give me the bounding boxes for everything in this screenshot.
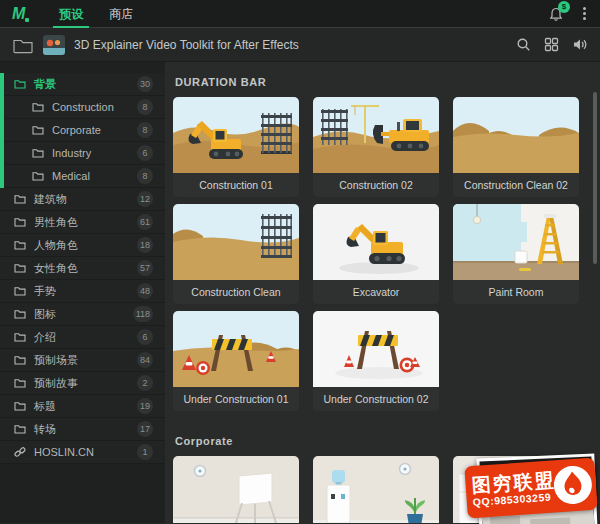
notifications-bell-icon[interactable]: $ [547, 5, 565, 23]
excavator-thumbnail [313, 204, 439, 280]
toolkit-title: 3D Explainer Video Toolkit for After Eff… [74, 38, 299, 52]
folder-icon[interactable] [12, 36, 34, 54]
count-badge: 30 [137, 76, 153, 92]
duration-bar-grid: Construction 01 [173, 97, 592, 411]
grid-view-icon[interactable] [544, 37, 559, 52]
count-badge: 18 [137, 237, 153, 253]
count-badge: 12 [137, 191, 153, 207]
preset-card-label: Construction 01 [173, 173, 299, 197]
dollar-badge: $ [558, 1, 570, 13]
preset-card-construction-02[interactable]: Construction 02 [313, 97, 439, 197]
sidebar-item-male-characters[interactable]: 男性角色 61 [0, 211, 165, 234]
count-badge: 48 [137, 283, 153, 299]
paint-room-thumbnail [453, 204, 579, 280]
sidebar-item-hoslin-link[interactable]: HOSLIN.CN 1 [0, 441, 165, 464]
sidebar-item-label: HOSLIN.CN [34, 446, 94, 458]
sidebar-item-female-characters[interactable]: 女性角色 57 [0, 257, 165, 280]
sidebar-item-label: Corporate [52, 124, 101, 136]
folder-icon [14, 309, 26, 319]
sidebar-item-label: Construction [52, 101, 114, 113]
preset-card-under-construction-02[interactable]: Under Construction 02 [313, 311, 439, 411]
count-badge: 84 [137, 352, 153, 368]
tab-presets[interactable]: 预设 [55, 0, 87, 28]
under-construction-01-thumbnail [173, 311, 299, 387]
count-badge: 6 [137, 329, 153, 345]
sidebar-item-label: Medical [52, 170, 90, 182]
sidebar-item-label: 标题 [34, 399, 56, 414]
count-badge: 57 [137, 260, 153, 276]
sidebar-item-label: 建筑物 [34, 192, 67, 207]
count-badge: 61 [137, 214, 153, 230]
folder-icon [32, 102, 44, 112]
motionbro-logo[interactable]: M [12, 5, 25, 23]
sidebar-item-label: 图标 [34, 307, 56, 322]
sidebar-item-label: 女性角色 [34, 261, 78, 276]
sidebar-item-label: 手势 [34, 284, 56, 299]
sidebar-group-backgrounds: 背景 30 Construction 8 Corporate 8 Industr… [0, 73, 165, 188]
preset-card-corporate-1[interactable] [173, 456, 299, 523]
preset-card-paint-room[interactable]: Paint Room [453, 204, 579, 304]
preset-card-construction-clean-02[interactable]: Construction Clean 02 [453, 97, 579, 197]
watermark-banner: 图穷联盟 QQ:985303259 [464, 458, 597, 519]
preset-card-construction-01[interactable]: Construction 01 [173, 97, 299, 197]
sidebar-item-medical[interactable]: Medical 8 [0, 165, 165, 188]
toolkit-thumbnail[interactable] [43, 35, 65, 55]
count-badge: 6 [137, 145, 153, 161]
count-badge: 17 [137, 421, 153, 437]
folder-icon [32, 171, 44, 181]
preset-card-under-construction-01[interactable]: Under Construction 01 [173, 311, 299, 411]
kebab-menu-icon[interactable] [581, 5, 588, 22]
sidebar-item-premade-scenes[interactable]: 预制场景 84 [0, 349, 165, 372]
folder-icon [32, 125, 44, 135]
vertical-scrollbar[interactable] [593, 92, 597, 264]
folder-icon [14, 424, 26, 434]
count-badge: 8 [137, 122, 153, 138]
preset-card-label: Construction 02 [313, 173, 439, 197]
sidebar-item-label: 男性角色 [34, 215, 78, 230]
toolkit-toolbar: 3D Explainer Video Toolkit for After Eff… [0, 28, 600, 62]
tab-store[interactable]: 商店 [105, 0, 137, 28]
sidebar-item-buildings[interactable]: 建筑物 12 [0, 188, 165, 211]
sidebar-item-corporate[interactable]: Corporate 8 [0, 119, 165, 142]
folder-icon [14, 240, 26, 250]
count-badge: 19 [137, 398, 153, 414]
preset-card-label: Under Construction 01 [173, 387, 299, 411]
sidebar-item-label: 介绍 [34, 330, 56, 345]
under-construction-02-thumbnail [313, 311, 439, 387]
sidebar-item-premade-stories[interactable]: 预制故事 2 [0, 372, 165, 395]
count-badge: 8 [137, 99, 153, 115]
sidebar-item-icons[interactable]: 图标 118 [0, 303, 165, 326]
construction-clean-thumbnail [173, 204, 299, 280]
app-window: M 预设 商店 $ [0, 0, 600, 524]
preset-card-label: Construction Clean 02 [453, 173, 579, 197]
corporate-1-thumbnail [173, 456, 299, 523]
section-title-duration-bar: DURATION BAR [175, 76, 592, 88]
sidebar-item-titles[interactable]: 标题 19 [0, 395, 165, 418]
presets-panel: DURATION BAR [165, 62, 600, 523]
section-title-corporate: Corporate [175, 435, 592, 447]
folder-icon [14, 79, 26, 89]
folder-icon [32, 148, 44, 158]
sound-icon[interactable] [572, 37, 588, 52]
sidebar-item-intros[interactable]: 介绍 6 [0, 326, 165, 349]
count-badge: 1 [137, 444, 153, 460]
sidebar-item-transitions[interactable]: 转场 17 [0, 418, 165, 441]
sidebar-item-backgrounds[interactable]: 背景 30 [0, 73, 165, 96]
search-icon[interactable] [516, 37, 531, 52]
folder-icon [14, 401, 26, 411]
count-badge: 2 [137, 375, 153, 391]
sidebar-item-gestures[interactable]: 手势 48 [0, 280, 165, 303]
sidebar-item-industry[interactable]: Industry 6 [0, 142, 165, 165]
preset-card-construction-clean[interactable]: Construction Clean [173, 204, 299, 304]
folder-icon [14, 217, 26, 227]
folder-icon [14, 263, 26, 273]
construction-01-thumbnail [173, 97, 299, 173]
preset-card-excavator[interactable]: Excavator [313, 204, 439, 304]
folder-icon [14, 194, 26, 204]
preset-card-corporate-2[interactable] [313, 456, 439, 523]
sidebar-item-label: Industry [52, 147, 91, 159]
sidebar-item-construction[interactable]: Construction 8 [0, 96, 165, 119]
corporate-2-thumbnail [313, 456, 439, 523]
sidebar-item-label: 预制场景 [34, 353, 78, 368]
sidebar-item-characters[interactable]: 人物角色 18 [0, 234, 165, 257]
